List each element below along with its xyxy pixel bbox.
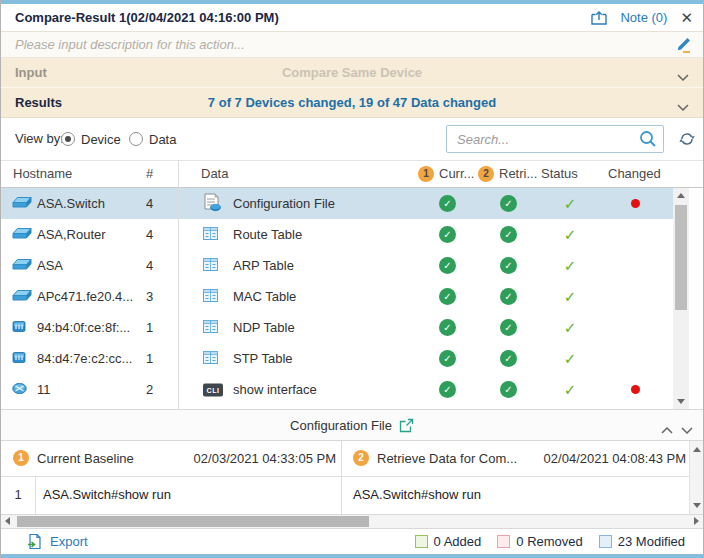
title-bar: Compare-Result 1(02/04/2021 04:16:00 PM)… [1,4,703,32]
grid-row-11[interactable]: 11 2 CLI show interface ✓ ✓ ✓ [1,374,673,405]
detail-compare-area: 1 Current Baseline 02/03/2021 04:33:05 P… [1,441,703,514]
note-button[interactable]: Note (0) [620,10,667,25]
edit-pencil-icon[interactable] [675,37,691,53]
status-check-icon: ✓ [561,312,579,343]
dialog-bottom-accent [1,554,703,558]
radio-selected-icon [61,132,75,146]
detail-title: Configuration File [290,418,392,433]
results-summary: 7 of 7 Devices changed, 19 of 47 Data ch… [1,88,703,118]
line-number-divider [35,477,36,514]
current-success-icon: ✓ [439,350,456,367]
status-check-icon: ✓ [561,250,579,281]
legend-removed-label: 0 Removed [516,534,582,549]
horizontal-scrollbar[interactable] [1,514,703,529]
retrieve-success-icon: ✓ [500,319,517,336]
header-changed: Changed [608,161,661,187]
device-count: 4 [146,250,153,281]
header-hostname: Hostname [13,161,72,187]
view-by-label: View by: [15,118,64,160]
device-count: 1 [146,343,153,374]
radio-view-data[interactable]: Data [129,118,176,160]
data-type-label: show interface [233,374,317,405]
legend-removed: 0 Removed [497,534,582,549]
diff-legend: 0 Added 0 Removed 23 Modified [415,534,685,549]
results-section-bar[interactable]: Results 7 of 7 Devices changed, 19 of 47… [1,88,703,118]
device-hostname: 11 [37,374,51,405]
radio-view-device[interactable]: Device [61,118,121,160]
header-retrieve: Retri... [499,161,537,187]
chevron-down-icon[interactable] [681,422,693,437]
removed-color-swatch [497,535,510,548]
badge-two-icon: 2 [478,166,494,182]
switch-device-icon [12,196,32,212]
comparison-grid: Hostname # Data 1 Curr... 2 Retri... Sta… [1,160,703,409]
data-type-label: Route Table [233,219,302,250]
search-input[interactable] [446,125,664,153]
modified-color-swatch [599,535,612,548]
legend-modified: 23 Modified [599,534,685,549]
retrieve-success-icon: ✓ [500,195,517,212]
current-success-icon: ✓ [439,257,456,274]
scroll-right-arrow[interactable] [694,517,699,525]
input-section-label: Input [15,58,47,88]
grid-row-asa-router[interactable]: ASA,Router 4 Route Table ✓ ✓ ✓ [1,219,673,250]
switch-device-icon [12,227,32,243]
radio-unselected-icon [129,132,143,146]
cli-command-icon: CLI [203,383,223,396]
footer-bar: Export 0 Added 0 Removed 23 Modified [1,529,703,554]
data-type-label: Configuration File [233,188,335,219]
scroll-up-arrow[interactable] [693,447,701,452]
device-count: 4 [146,219,153,250]
device-hostname: 94:b4:0f:ce:8f:... [37,312,130,343]
scroll-left-arrow[interactable] [5,517,10,525]
compare-result-dialog: Compare-Result 1(02/04/2021 04:16:00 PM)… [0,0,704,558]
description-placeholder[interactable]: Please input description for this action… [15,37,245,52]
grid-row-94b40f[interactable]: 94:b4:0f:ce:8f:... 1 NDP Table ✓ ✓ ✓ [1,312,673,343]
compare-line-row[interactable]: 1 ASA.Switch#show run ASA.Switch#show ru… [1,477,703,514]
close-icon[interactable]: ✕ [680,10,693,25]
status-check-icon: ✓ [561,219,579,250]
table-data-icon [203,351,218,367]
scrollbar-thumb[interactable] [17,516,369,527]
table-data-icon [203,258,218,274]
scroll-down-arrow[interactable] [677,399,685,404]
device-hostname: APc471.fe20.4... [37,281,133,312]
scroll-up-arrow[interactable] [677,193,685,198]
status-check-icon: ✓ [561,188,579,219]
title-actions: Note (0) ✕ [591,10,693,25]
chevron-down-icon[interactable] [677,99,689,114]
refresh-icon[interactable] [679,131,695,150]
export-button[interactable]: Export [27,533,88,550]
retrieve-data-label: Retrieve Data for Com... [377,441,517,476]
radio-data-label: Data [149,132,176,147]
device-count: 2 [146,374,153,405]
chevron-up-icon[interactable] [661,422,673,437]
current-success-icon: ✓ [439,381,456,398]
open-in-new-window-icon[interactable] [399,418,414,433]
scroll-down-arrow[interactable] [693,503,701,508]
current-baseline-timestamp: 02/03/2021 04:33:05 PM [181,441,336,476]
access-point-icon [12,351,26,367]
added-color-swatch [415,535,428,548]
left-pane-content: ASA.Switch#show run [43,477,171,513]
export-file-icon [27,533,43,550]
detail-title-bar: Configuration File [1,409,703,441]
detail-compare-header: 1 Current Baseline 02/03/2021 04:33:05 P… [1,441,703,477]
current-success-icon: ✓ [439,226,456,243]
chevron-down-icon[interactable] [677,69,689,84]
retrieve-success-icon: ✓ [500,350,517,367]
badge-one-icon: 1 [13,450,29,466]
grid-row-asa[interactable]: ASA 4 ARP Table ✓ ✓ ✓ [1,250,673,281]
scrollbar-thumb[interactable] [675,205,687,310]
header-data: Data [201,161,228,187]
device-hostname: ASA [37,250,63,281]
input-section-bar[interactable]: Input Compare Same Device [1,58,703,88]
grid-row-asa-switch[interactable]: ASA.Switch 4 Configuration File ✓ ✓ ✓ [1,188,673,219]
table-data-icon [203,320,218,336]
device-count: 1 [146,312,153,343]
vertical-scrollbar[interactable] [673,188,689,409]
grid-row-84d47e[interactable]: 84:d4:7e:c2:cc... 1 STP Table ✓ ✓ ✓ [1,343,673,374]
detail-vertical-scrollbar[interactable] [689,441,703,514]
grid-row-apc471[interactable]: APc471.fe20.4... 3 MAC Table ✓ ✓ ✓ [1,281,673,312]
popout-window-icon[interactable] [591,11,607,25]
